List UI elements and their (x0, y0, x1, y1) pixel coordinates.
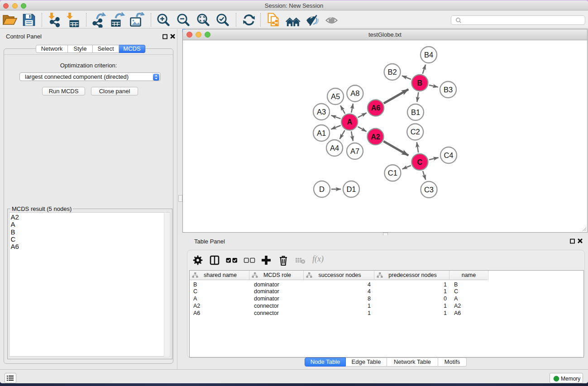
svg-text:A5: A5 (331, 92, 340, 100)
svg-text:B1: B1 (411, 108, 420, 116)
svg-text:D1: D1 (346, 185, 356, 193)
svg-text:A4: A4 (330, 144, 339, 152)
svg-text:C: C (417, 158, 423, 166)
svg-text:C3: C3 (424, 186, 434, 194)
svg-text:B: B (417, 79, 423, 87)
svg-text:A: A (347, 118, 352, 126)
svg-text:B2: B2 (388, 68, 397, 76)
svg-text:A3: A3 (317, 108, 326, 116)
svg-text:A6: A6 (371, 104, 381, 112)
svg-text:A7: A7 (350, 147, 359, 155)
svg-text:B3: B3 (444, 86, 453, 94)
svg-text:D: D (319, 185, 325, 193)
svg-text:A2: A2 (371, 133, 380, 141)
svg-text:A8: A8 (350, 89, 359, 97)
svg-text:A1: A1 (317, 129, 326, 137)
svg-text:B4: B4 (424, 51, 433, 59)
svg-text:C1: C1 (388, 169, 397, 177)
svg-text:C4: C4 (444, 151, 453, 159)
svg-text:C2: C2 (411, 128, 420, 136)
